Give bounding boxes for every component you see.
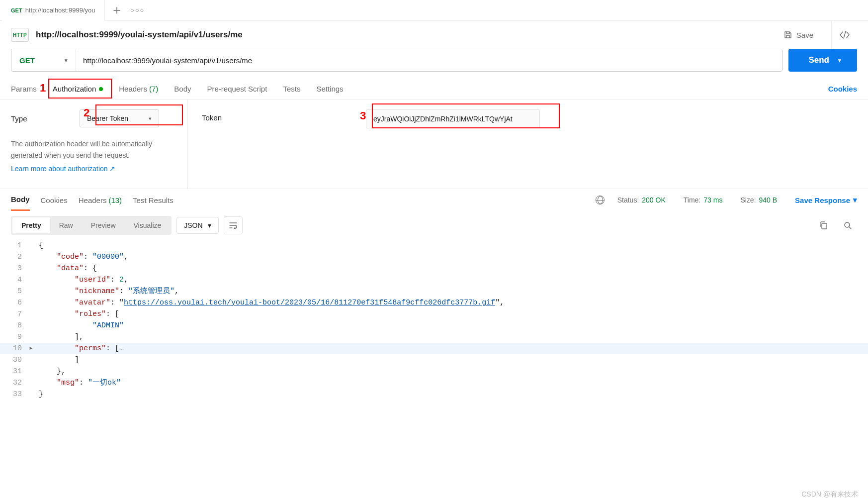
fold-toggle (29, 377, 39, 389)
line-number: 33 (0, 389, 29, 400)
fold-toggle (29, 389, 39, 400)
http-badge-icon: HTTP (11, 28, 29, 42)
line-number: 4 (0, 274, 29, 286)
tab-title: http://localhost:9999/you (25, 6, 95, 14)
code-line: 30 ] (0, 354, 868, 366)
copy-button[interactable] (814, 216, 833, 234)
fold-toggle (29, 297, 39, 308)
line-number: 30 (0, 354, 29, 366)
url-bar-row: GET ▾ Send ▾ (0, 49, 868, 79)
tab-authorization[interactable]: Authorization (53, 79, 103, 100)
code-line: 1{ (0, 240, 868, 251)
save-response-button[interactable]: Save Response ▾ (795, 196, 857, 204)
auth-help-text: The authorization header will be automat… (11, 138, 176, 175)
chevron-down-icon: ▾ (838, 57, 841, 64)
save-icon (783, 30, 792, 39)
code-line: 9 ], (0, 331, 868, 343)
network-icon[interactable] (596, 196, 605, 204)
authorization-panel: Type 2 Bearer Token ▾ The authorization … (0, 100, 868, 189)
line-number: 6 (0, 297, 29, 308)
line-number: 32 (0, 377, 29, 389)
annotation-3: 3 (360, 109, 366, 122)
line-number: 1 (0, 240, 29, 251)
line-number: 31 (0, 366, 29, 377)
tab-prerequest[interactable]: Pre-request Script (207, 79, 267, 100)
code-panel-toggle[interactable] (831, 21, 857, 49)
resp-tab-headers[interactable]: Headers (13) (79, 189, 122, 211)
line-number: 2 (0, 251, 29, 263)
token-input[interactable]: eyJraWQiOiJjZDhlZmRhZi1lMWRkLTQwYjAt (366, 109, 540, 128)
view-mode-group: Pretty Raw Preview Visualize (11, 216, 172, 235)
code-line: 33} (0, 389, 868, 400)
fold-toggle (29, 354, 39, 366)
active-dot-icon (99, 87, 103, 91)
view-preview[interactable]: Preview (82, 217, 125, 233)
fold-toggle (29, 263, 39, 274)
code-line: 7 "roles": [ (0, 308, 868, 320)
code-line: 6 "avatar": "https://oss.youlai.tech/you… (0, 297, 868, 308)
copy-icon (819, 221, 828, 230)
wrap-lines-button[interactable] (224, 216, 243, 234)
view-visualize[interactable]: Visualize (125, 217, 171, 233)
watermark: CSDN @有来技术 (801, 490, 858, 499)
auth-type-select[interactable]: Bearer Token ▾ (80, 109, 159, 127)
annotation-2: 2 (84, 106, 89, 119)
search-button[interactable] (838, 216, 857, 234)
auth-learn-more-link[interactable]: Learn more about authorization ↗ (11, 163, 115, 175)
view-raw[interactable]: Raw (50, 217, 82, 233)
fold-toggle[interactable]: ▸ (29, 343, 39, 354)
code-line: 3 "data": { (0, 263, 868, 274)
chevron-down-icon: ▾ (208, 221, 211, 229)
size-indicator: Size:940 B (740, 196, 777, 204)
search-icon (843, 221, 852, 230)
response-tabs: Body Cookies Headers (13) Test Results S… (0, 189, 868, 211)
tab-method-label: GET (11, 7, 22, 13)
cookies-link[interactable]: Cookies (828, 85, 857, 93)
fold-toggle (29, 286, 39, 297)
time-indicator: Time:73 ms (684, 196, 723, 204)
code-line: 32 "msg": "一切ok" (0, 377, 868, 389)
status-indicator: Status:200 OK (617, 196, 666, 204)
chevron-down-icon: ▾ (65, 57, 68, 64)
http-method-select[interactable]: GET ▾ (11, 49, 76, 71)
new-tab-button[interactable] (108, 1, 126, 19)
tab-tests[interactable]: Tests (283, 79, 300, 100)
fold-toggle (29, 331, 39, 343)
code-line: 10▸ "perms": [… (0, 343, 868, 354)
resp-tab-body[interactable]: Body (11, 189, 30, 211)
body-format-select[interactable]: JSON ▾ (176, 217, 218, 234)
fold-toggle (29, 240, 39, 251)
tab-body[interactable]: Body (174, 79, 191, 100)
request-tabs: Params 1 Authorization Headers (7) Body … (0, 79, 868, 100)
tab-params[interactable]: Params (11, 79, 37, 100)
code-line: 5 "nickname": "系统管理员", (0, 286, 868, 297)
response-body-viewer[interactable]: 1{2 "code": "00000",3 "data": {4 "userId… (0, 240, 868, 400)
tab-overflow-button[interactable]: ○○○ (129, 1, 147, 19)
line-number: 3 (0, 263, 29, 274)
auth-type-label: Type (11, 114, 71, 123)
annotation-1: 1 (40, 82, 46, 95)
token-label: Token (202, 109, 346, 122)
fold-toggle (29, 251, 39, 263)
tab-headers[interactable]: Headers (7) (119, 79, 158, 100)
line-number: 10 (0, 343, 29, 354)
wrap-icon (229, 222, 238, 229)
request-tab[interactable]: GET http://localhost:9999/you (2, 0, 105, 21)
code-line: 4 "userId": 2, (0, 274, 868, 286)
resp-tab-testresults[interactable]: Test Results (133, 189, 174, 211)
save-button[interactable]: Save (778, 27, 819, 42)
view-pretty[interactable]: Pretty (12, 217, 50, 233)
code-line: 31 }, (0, 366, 868, 377)
fold-toggle (29, 274, 39, 286)
fold-toggle (29, 308, 39, 320)
chevron-down-icon: ▾ (853, 196, 857, 204)
line-number: 8 (0, 320, 29, 331)
url-input[interactable] (76, 49, 782, 71)
chevron-down-icon: ▾ (149, 115, 152, 122)
send-button[interactable]: Send ▾ (788, 49, 857, 72)
fold-toggle (29, 366, 39, 377)
svg-rect-0 (822, 223, 827, 229)
tab-settings[interactable]: Settings (316, 79, 343, 100)
resp-tab-cookies[interactable]: Cookies (41, 189, 68, 211)
request-name[interactable]: http://localhost:9999/youlai-system/api/… (36, 30, 243, 40)
